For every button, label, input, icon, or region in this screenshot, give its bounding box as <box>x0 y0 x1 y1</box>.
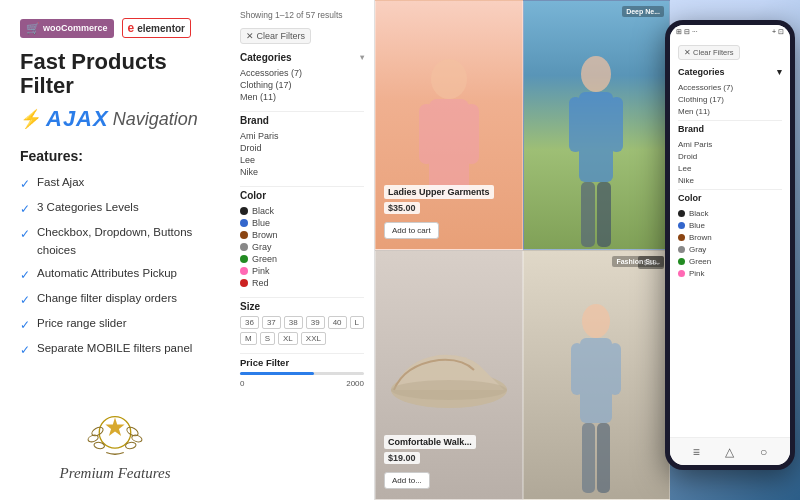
color-item-3[interactable]: Brown <box>240 229 364 241</box>
phone-color-4[interactable]: Gray <box>678 243 782 255</box>
color-item-7[interactable]: Red <box>240 277 364 289</box>
category-item-2[interactable]: Clothing (17) <box>240 79 364 91</box>
brand-item-2[interactable]: Droid <box>240 142 364 154</box>
svg-marker-1 <box>105 418 124 436</box>
price-slider-track[interactable] <box>240 372 364 375</box>
brand-item-4[interactable]: Nike <box>240 166 364 178</box>
ajax-nav-row: ⚡ AJAX Navigation <box>20 106 210 132</box>
check-icon-1: ✓ <box>20 175 30 193</box>
phone-cat-3[interactable]: Men (11) <box>678 105 782 117</box>
phone-back-icon[interactable]: ○ <box>760 445 767 459</box>
size-XL[interactable]: XL <box>278 332 298 345</box>
divider-4 <box>240 353 364 354</box>
phone-color-3[interactable]: Brown <box>678 231 782 243</box>
size-L[interactable]: L <box>350 316 364 329</box>
phone-cat-2[interactable]: Clothing (17) <box>678 93 782 105</box>
category-item-3[interactable]: Men (11) <box>240 91 364 103</box>
elementor-icon: e <box>128 21 135 35</box>
phone-brand-3[interactable]: Lee <box>678 162 782 174</box>
clear-filters-button[interactable]: ✕ Clear Filters <box>240 28 311 44</box>
svg-point-6 <box>131 434 143 443</box>
phone-color-6[interactable]: Pink <box>678 267 782 279</box>
feature-text-7: Separate MOBILE filters panel <box>37 340 192 357</box>
phone-color-1[interactable]: Black <box>678 207 782 219</box>
product-label-1: Ladies Upper Garments <box>384 185 494 199</box>
phone-brand-2[interactable]: Droid <box>678 150 782 162</box>
phone-color-title: Color <box>678 193 782 203</box>
ajax-text: AJAX <box>46 106 109 132</box>
categories-title: Categories ▾ <box>240 52 364 63</box>
chevron-down-icon: ▾ <box>360 53 364 62</box>
phone-color-label-black: Black <box>689 209 709 218</box>
phone-color-2[interactable]: Blue <box>678 219 782 231</box>
color-label-green: Green <box>252 254 277 264</box>
color-item-2[interactable]: Blue <box>240 217 364 229</box>
color-dot-red <box>240 279 248 287</box>
color-item-1[interactable]: Black <box>240 205 364 217</box>
add-to-cart-button-3[interactable]: Add to... <box>384 472 430 489</box>
feature-text-6: Price range slider <box>37 315 126 332</box>
feature-text-5: Change filter display orders <box>37 290 177 307</box>
color-dot-green <box>240 255 248 263</box>
check-icon-4: ✓ <box>20 266 30 284</box>
phone-color-label-gray: Gray <box>689 245 706 254</box>
svg-rect-11 <box>464 104 479 164</box>
elementor-label: elementor <box>137 23 185 34</box>
category-item-1[interactable]: Accessories (7) <box>240 67 364 79</box>
svg-rect-22 <box>571 343 583 395</box>
color-dot-brown <box>240 231 248 239</box>
phone-filter-content: ✕ Clear Filters Categories ▾ Accessories… <box>670 39 790 285</box>
phone-brand-1[interactable]: Ami Paris <box>678 138 782 150</box>
color-label-blue: Blue <box>252 218 270 228</box>
woo-icon: 🛒 <box>26 22 40 35</box>
color-dot-blue <box>240 219 248 227</box>
color-section: Color Black Blue Brown Gray Green <box>240 190 364 289</box>
product-label-3: Comfortable Walk... <box>384 435 476 449</box>
color-item-6[interactable]: Pink <box>240 265 364 277</box>
check-icon-6: ✓ <box>20 316 30 334</box>
feature-item-6: ✓ Price range slider <box>20 315 210 334</box>
phone-color-5[interactable]: Green <box>678 255 782 267</box>
size-S[interactable]: S <box>260 332 275 345</box>
fashion-text-4: Fashion Su... <box>612 256 664 267</box>
brand-item-3[interactable]: Lee <box>240 154 364 166</box>
phone-home-icon[interactable]: △ <box>725 445 734 459</box>
feature-item-3: ✓ Checkbox, Dropdown, Buttons choices <box>20 224 210 259</box>
price-max: 2000 <box>346 379 364 388</box>
size-40[interactable]: 40 <box>328 316 347 329</box>
size-37[interactable]: 37 <box>262 316 281 329</box>
results-text: Showing 1–12 of 57 results <box>240 10 364 20</box>
phone-divider-1 <box>678 120 782 121</box>
check-icon-7: ✓ <box>20 341 30 359</box>
ajax-icon: ⚡ <box>20 108 42 130</box>
size-39[interactable]: 39 <box>306 316 325 329</box>
size-section: Size 36 37 38 39 40 L M S XL XXL <box>240 301 364 345</box>
size-M[interactable]: M <box>240 332 257 345</box>
phone-chevron-categories: ▾ <box>777 67 782 77</box>
nav-text: Navigation <box>113 109 198 130</box>
color-label-red: Red <box>252 278 269 288</box>
phone-cat-1[interactable]: Accessories (7) <box>678 81 782 93</box>
check-icon-5: ✓ <box>20 291 30 309</box>
color-label-black: Black <box>252 206 274 216</box>
color-label-gray: Gray <box>252 242 272 252</box>
check-icon-2: ✓ <box>20 200 30 218</box>
color-dot-black <box>240 207 248 215</box>
color-item-4[interactable]: Gray <box>240 241 364 253</box>
phone-actions: + ⊡ <box>772 28 784 36</box>
color-item-5[interactable]: Green <box>240 253 364 265</box>
size-38[interactable]: 38 <box>284 316 303 329</box>
phone-brand-4[interactable]: Nike <box>678 174 782 186</box>
phone-menu-icon[interactable]: ≡ <box>693 445 700 459</box>
product-image-1 <box>409 49 489 249</box>
size-XXL[interactable]: XXL <box>301 332 326 345</box>
price-filter-label: Price Filter <box>240 357 364 368</box>
add-to-cart-button-1[interactable]: Add to cart <box>384 222 439 239</box>
svg-rect-16 <box>581 182 595 247</box>
phone-color-dot-brown <box>678 234 685 241</box>
brand-item-1[interactable]: Ami Paris <box>240 130 364 142</box>
feature-text-3: Checkbox, Dropdown, Buttons choices <box>37 224 210 259</box>
size-36[interactable]: 36 <box>240 316 259 329</box>
phone-clear-filters-button[interactable]: ✕ Clear Filters <box>678 45 740 60</box>
product-image-2 <box>561 49 631 249</box>
